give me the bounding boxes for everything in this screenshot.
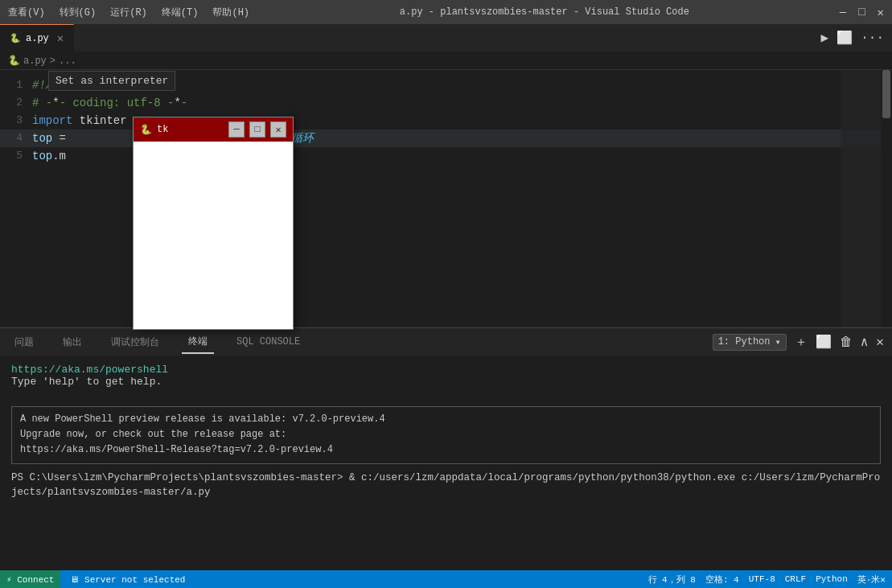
- tk-title-bar: 🐍 tk — □ ✕: [134, 117, 293, 142]
- close-button[interactable]: ✕: [878, 6, 884, 19]
- status-right: 行 4，列 8 空格: 4 UTF-8 CRLF Python 英·米✕: [648, 574, 886, 586]
- line-num-5: 5: [0, 147, 32, 165]
- close-terminal-button[interactable]: ✕: [876, 334, 884, 350]
- scrollbar-thumb[interactable]: [882, 70, 890, 118]
- interpreter-hint[interactable]: Set as interpreter: [48, 71, 175, 91]
- powershell-link: https://aka.ms/powershell: [11, 364, 168, 376]
- python-icon: 🐍: [10, 33, 21, 43]
- minimize-button[interactable]: —: [840, 6, 846, 19]
- tab-close-icon[interactable]: ✕: [57, 31, 64, 45]
- breadcrumb-separator: >: [50, 56, 55, 67]
- tk-window[interactable]: 🐍 tk — □ ✕: [133, 117, 294, 330]
- editor-actions: ▶ ⬜ ···: [821, 30, 892, 46]
- menu-goto[interactable]: 转到(G): [60, 6, 97, 19]
- restore-button[interactable]: □: [858, 6, 865, 19]
- dropdown-arrow-icon: ▾: [775, 336, 780, 348]
- tk-minimize-button[interactable]: —: [228, 121, 245, 138]
- code-line-2: 2 # -*- coding: utf-8 -*-: [0, 94, 892, 112]
- title-bar: 查看(V) 转到(G) 运行(R) 终端(T) 帮助(H) a.py - pla…: [0, 0, 892, 24]
- split-terminal-button[interactable]: ⬜: [816, 334, 832, 350]
- python-terminal-select[interactable]: 1: Python ▾: [713, 334, 787, 351]
- collapse-terminal-button[interactable]: ∧: [861, 334, 869, 350]
- server-status[interactable]: 🖥 Server not selected: [70, 574, 185, 585]
- tab-output[interactable]: 输出: [56, 331, 88, 353]
- breadcrumb-icon: 🐍: [8, 55, 20, 67]
- menu-help[interactable]: 帮助(H): [212, 6, 249, 19]
- terminal-ps-line: PS C:\Users\lzm\PycharmProjects\plantsvs…: [11, 471, 881, 501]
- notification-line-1: A new PowerShell preview release is avai…: [20, 412, 872, 427]
- window-title: a.py - plantsvszombies-master - Visual S…: [265, 6, 824, 18]
- tk-close-button[interactable]: ✕: [270, 121, 286, 138]
- tk-icon: 🐍: [140, 124, 152, 136]
- delete-terminal-button[interactable]: 🗑: [840, 335, 853, 350]
- terminal-blank-line: [11, 388, 881, 400]
- breadcrumb: 🐍 a.py > ...: [0, 52, 892, 70]
- menu-terminal[interactable]: 终端(T): [162, 6, 199, 19]
- menu-bar[interactable]: 查看(V) 转到(G) 运行(R) 终端(T) 帮助(H): [8, 6, 249, 19]
- tab-debug-console[interactable]: 调试控制台: [105, 331, 166, 353]
- terminal-right-actions: 1: Python ▾ ＋ ⬜ 🗑 ∧ ✕: [713, 334, 884, 351]
- tk-title: tk: [157, 124, 224, 135]
- line-num-1: 1: [0, 76, 32, 94]
- terminal-header: 问题 输出 调试控制台 终端 SQL CONSOLE 1: Python ▾ ＋…: [0, 327, 892, 356]
- notification-line-2: Upgrade now, or check out the release pa…: [20, 427, 872, 442]
- layout-button[interactable]: ⬜: [837, 30, 853, 46]
- cursor-position[interactable]: 行 4，列 8: [648, 574, 696, 586]
- breadcrumb-file[interactable]: a.py: [23, 56, 47, 67]
- more-button[interactable]: ···: [861, 31, 884, 45]
- menu-view[interactable]: 查看(V): [8, 6, 45, 19]
- line-content-2[interactable]: # -*- coding: utf-8 -*-: [32, 94, 892, 112]
- window-controls[interactable]: — □ ✕: [840, 6, 884, 19]
- line-ending[interactable]: CRLF: [785, 574, 806, 584]
- tk-controls[interactable]: — □ ✕: [228, 121, 286, 138]
- minimap: [841, 70, 881, 327]
- terminal-notification: A new PowerShell preview release is avai…: [11, 406, 881, 464]
- remote-icon[interactable]: ⚡ Connect: [0, 570, 60, 588]
- language-mode[interactable]: Python: [816, 574, 848, 584]
- line-num-2: 2: [0, 94, 32, 112]
- tab-apy[interactable]: 🐍 a.py ✕: [0, 24, 74, 52]
- status-left: 🖥 Server not selected: [70, 574, 185, 585]
- terminal-action-buttons: ＋ ⬜ 🗑 ∧ ✕: [795, 334, 884, 351]
- line-num-3: 3: [0, 112, 32, 130]
- notification-line-3: https://aka.ms/PowerShell-Release?tag=v7…: [20, 442, 872, 458]
- right-status-text: 英·米✕: [857, 574, 886, 586]
- terminal-body[interactable]: https://aka.ms/powershell Type 'help' to…: [0, 356, 892, 541]
- tab-sql-console[interactable]: SQL CONSOLE: [230, 332, 306, 352]
- line-num-4: 4: [0, 130, 32, 147]
- tab-terminal[interactable]: 终端: [182, 331, 214, 354]
- tab-problems[interactable]: 问题: [8, 331, 40, 353]
- run-button[interactable]: ▶: [821, 30, 829, 46]
- tab-bar: 🐍 a.py ✕ ▶ ⬜ ···: [0, 24, 892, 52]
- editor-scrollbar[interactable]: [881, 70, 892, 327]
- tab-label: a.py: [26, 33, 49, 44]
- terminal-line-2: Type 'help' to get help.: [11, 376, 881, 388]
- indentation[interactable]: 空格: 4: [705, 574, 739, 586]
- add-terminal-button[interactable]: ＋: [795, 334, 808, 351]
- terminal-line-1: https://aka.ms/powershell: [11, 364, 881, 376]
- tk-restore-button[interactable]: □: [249, 121, 265, 138]
- menu-run[interactable]: 运行(R): [110, 6, 147, 19]
- status-bar: ⚡ Connect 🖥 Server not selected 行 4，列 8 …: [0, 570, 892, 588]
- breadcrumb-path[interactable]: ...: [59, 56, 76, 67]
- tk-body: [134, 142, 293, 329]
- encoding-label[interactable]: UTF-8: [749, 574, 775, 584]
- connect-label: ⚡ Connect: [6, 574, 54, 585]
